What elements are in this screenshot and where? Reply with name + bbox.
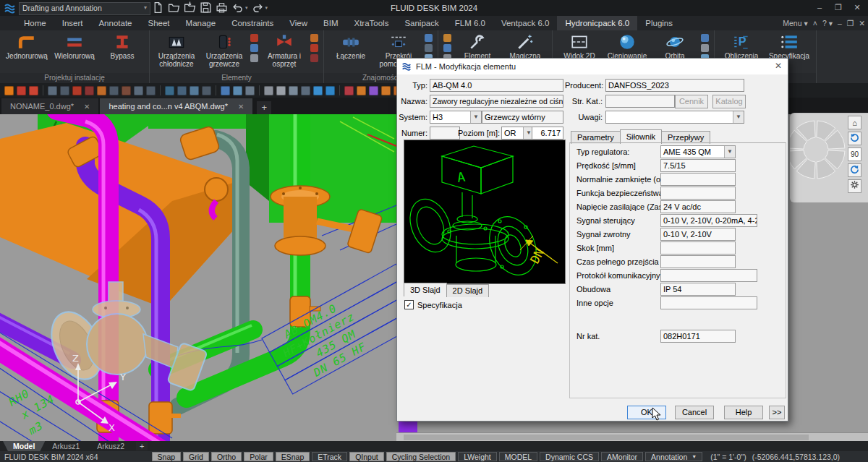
katalog-button[interactable]: Katalog [712, 95, 746, 108]
param-field[interactable]: 082H0171 [660, 330, 736, 343]
param-field[interactable]: 24 V ac/dc [660, 200, 736, 213]
ribbon-button-wielorurową[interactable]: Wielorurową [51, 33, 98, 60]
checkbox-checked-icon[interactable]: ✓ [404, 300, 414, 309]
minimize-button[interactable]: – [810, 0, 829, 14]
menu-item-home[interactable]: Home [16, 16, 54, 30]
ribbon-collapse-icon[interactable]: ˄ [813, 19, 817, 27]
param-field[interactable]: IP 54 [660, 283, 736, 296]
sheet-tab-model[interactable]: Model [3, 441, 45, 451]
small-tool-icon[interactable] [701, 44, 709, 52]
small-tool-icon[interactable] [250, 44, 258, 52]
mini-tool-icon[interactable] [233, 86, 242, 95]
numer-field[interactable] [430, 127, 460, 140]
close-tab-icon[interactable]: ✕ [84, 103, 90, 111]
nazwa-field[interactable]: Zawory regulacyjne niezależne od ciśnien… [430, 95, 563, 108]
mini-tool-icon[interactable] [289, 86, 298, 95]
menu-item-hydronicpack-6-0[interactable]: Hydronicpack 6.0 [557, 16, 637, 30]
menu-item-insert[interactable]: Insert [54, 16, 91, 30]
small-tool-icon[interactable] [425, 44, 433, 52]
mini-tool-icon[interactable] [85, 86, 94, 95]
save-icon[interactable] [200, 1, 212, 14]
system-combo[interactable]: H3▼ [430, 111, 482, 124]
mini-tool-icon[interactable] [264, 86, 273, 95]
param-field[interactable] [660, 296, 757, 309]
mini-tool-icon[interactable] [165, 86, 174, 95]
menu-item-ventpack-6-0[interactable]: Ventpack 6.0 [493, 16, 558, 30]
mini-tool-icon[interactable] [60, 86, 69, 95]
status-toggle-snap[interactable]: Snap [152, 452, 182, 461]
mini-tool-icon[interactable] [177, 86, 187, 95]
menu-dropdown[interactable]: Menu ▾ [783, 19, 807, 27]
system-subtype-field[interactable]: Grzewczy wtórny [482, 111, 563, 124]
mini-tool-icon[interactable] [381, 86, 391, 95]
doc-close-icon[interactable]: ✕ [859, 19, 865, 27]
doc-restore-icon[interactable]: ❐ [847, 19, 854, 27]
menu-item-manage[interactable]: Manage [178, 16, 224, 30]
doc-minimize-icon[interactable]: – [838, 19, 842, 27]
small-tool-icon[interactable] [701, 34, 709, 42]
strkat-field[interactable] [605, 95, 675, 108]
param-field[interactable]: 7.5/15 [660, 159, 736, 172]
producent-field[interactable]: DANFOSS_2023 [605, 79, 744, 92]
rotation-angle-field[interactable]: 90 [848, 147, 861, 161]
sheet-tab-arkusz2[interactable]: Arkusz2 [87, 441, 135, 451]
mini-tool-icon[interactable] [122, 86, 131, 95]
ribbon-button-urządzenia-chłodnicze[interactable]: Urządzenia chłodnicze [153, 33, 200, 68]
param-field[interactable] [660, 241, 736, 254]
mini-tool-icon[interactable] [72, 86, 82, 95]
chevron-down-icon[interactable]: ▼ [724, 146, 735, 158]
open-file-icon[interactable] [168, 1, 180, 14]
mini-tool-icon[interactable] [245, 86, 255, 95]
ribbon-button-orbita[interactable]: Orbita [652, 33, 698, 60]
status-toggle-ortho[interactable]: Ortho [211, 452, 242, 461]
tab-3d-slide[interactable]: 3D Slajd [404, 283, 447, 296]
mini-tool-icon[interactable] [326, 86, 335, 95]
status-toggle-lweight[interactable]: LWeight [458, 452, 497, 461]
ribbon-button-cieniowanie[interactable]: Cieniowanie [604, 33, 650, 60]
chevron-down-icon[interactable]: ▼ [733, 111, 744, 123]
dialog-close-icon[interactable]: ✕ [775, 61, 782, 71]
mini-tool-icon[interactable] [4, 86, 14, 95]
mini-tool-icon[interactable] [17, 86, 26, 95]
status-toggle-polar[interactable]: Polar [244, 452, 273, 461]
rotate-ccw-button[interactable] [848, 132, 861, 145]
horizontal-scrollbar[interactable] [396, 432, 868, 441]
chevron-down-icon[interactable]: ▾ [265, 5, 268, 11]
small-tool-icon[interactable] [310, 54, 318, 62]
mini-tool-icon[interactable] [48, 86, 57, 95]
status-toggle-grid[interactable]: Grid [183, 452, 209, 461]
mini-tool-icon[interactable] [313, 86, 323, 95]
navigation-wheel[interactable] [790, 116, 851, 182]
restore-button[interactable]: ❐ [829, 0, 848, 14]
help-button[interactable]: Help [724, 406, 763, 419]
param-field[interactable] [660, 269, 757, 282]
small-tool-icon[interactable] [250, 34, 258, 42]
status-toggle-model[interactable]: MODEL [499, 452, 537, 461]
home-view-button[interactable]: ⌂ [848, 116, 861, 129]
param-field[interactable]: AME 435 QM▼ [660, 145, 736, 158]
menu-item-xtratools[interactable]: XtraTools [346, 16, 396, 30]
menu-item-view[interactable]: View [281, 16, 315, 30]
import-file-icon[interactable] [184, 1, 196, 14]
sheet-tab-arkusz1[interactable]: Arkusz1 [42, 441, 90, 451]
status-toggle-cycling-selection[interactable]: Cycling Selection [386, 452, 456, 461]
param-field[interactable] [660, 255, 736, 268]
mini-tool-icon[interactable] [202, 86, 211, 95]
ribbon-button-obliczenia[interactable]: PObliczenia [718, 33, 765, 60]
ribbon-button-element[interactable]: Element [454, 33, 501, 60]
mini-tool-icon[interactable] [190, 86, 199, 95]
ribbon-button-specyfikacja[interactable]: Specyfikacja [766, 33, 812, 60]
workspace-selector[interactable]: Drafting and Annotation ▾ [19, 2, 150, 15]
chevron-down-icon[interactable]: ▾ [245, 5, 248, 11]
typ-field[interactable]: AB-QM 4.0 [430, 79, 563, 92]
mini-tool-icon[interactable] [29, 86, 38, 95]
status-toggle-esnap[interactable]: ESnap [276, 452, 310, 461]
poziom-ref-combo[interactable]: OR▼ [501, 127, 535, 140]
document-tab[interactable]: NONAME_0.dwg*✕ [1, 98, 98, 114]
close-tab-icon[interactable]: ✕ [238, 103, 244, 111]
annotation-dropdown[interactable]: Annotation▼ [645, 452, 702, 461]
mini-tool-icon[interactable] [97, 86, 106, 95]
param-field[interactable] [660, 173, 736, 186]
ribbon-button-armatura-i-osprzęt[interactable]: Armatura i osprzęt [261, 33, 307, 68]
menu-item-sanipack[interactable]: Sanipack [396, 16, 446, 30]
